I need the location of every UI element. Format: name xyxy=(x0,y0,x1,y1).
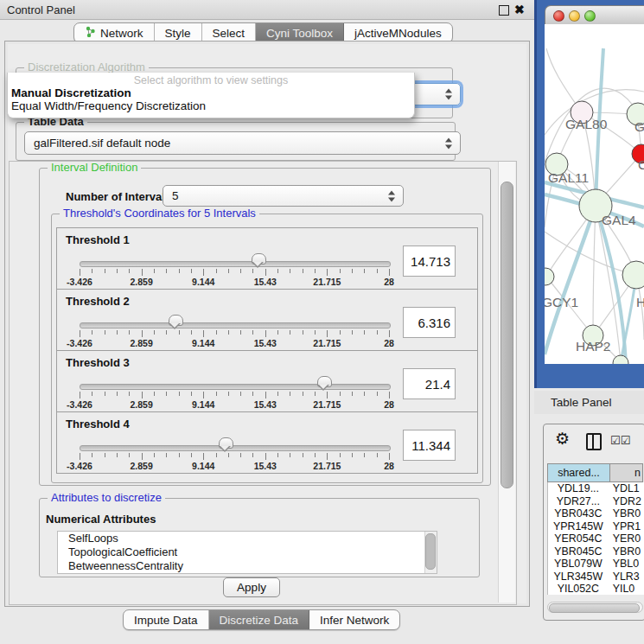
table-cell[interactable]: YLR345W xyxy=(548,571,609,583)
table-row[interactable]: YBR043CYBR0 xyxy=(548,507,644,520)
close-icon[interactable]: ✖ xyxy=(514,2,525,17)
tab-cyni-toolbox[interactable]: Cyni Toolbox xyxy=(256,23,344,42)
slider-tick xyxy=(389,392,390,399)
table-cell[interactable]: YDL1 xyxy=(609,482,644,495)
slider-groove[interactable] xyxy=(80,322,391,328)
table-cell[interactable]: YDR27... xyxy=(548,495,609,508)
zoom-traffic-light[interactable] xyxy=(584,10,596,22)
node-label: H xyxy=(636,295,644,309)
slider-tick xyxy=(265,453,266,460)
tab-label: Discretize Data xyxy=(220,614,299,627)
tab-label: Impute Data xyxy=(134,614,198,627)
tab-infer-network[interactable]: Infer Network xyxy=(309,610,399,629)
table-cell[interactable]: YBR045C xyxy=(548,545,609,558)
table-cell[interactable]: YIL0 xyxy=(609,583,644,595)
slider-thumb[interactable] xyxy=(252,253,266,265)
table-row[interactable]: YPR145WYPR1 xyxy=(548,520,644,533)
table-cell[interactable]: YLR3 xyxy=(609,571,644,583)
table-column-header-shared[interactable]: shared... xyxy=(547,463,610,482)
tick-label: 21.715 xyxy=(313,461,341,471)
table-panel-titlebar: Table Panel xyxy=(534,391,644,414)
table-row[interactable]: YDL19...YDL1 xyxy=(548,482,644,495)
threshold-value-input[interactable]: 14.713 xyxy=(403,245,456,277)
apply-button[interactable]: Apply xyxy=(223,577,280,597)
threshold-value-input[interactable]: 6.316 xyxy=(403,307,456,338)
table-row[interactable]: YBR045CYBR0 xyxy=(548,545,644,558)
network-canvas[interactable]: GAL80GACGAL11GAL4GCY1HHAP2 xyxy=(545,24,644,364)
threshold-value-input[interactable]: 21.4 xyxy=(403,368,456,399)
slider-tick xyxy=(303,392,303,396)
table-column-header-n[interactable]: n xyxy=(610,463,643,482)
horizontal-scrollbar-thumb[interactable] xyxy=(549,603,640,613)
table-cell[interactable]: YIL052C xyxy=(548,583,609,595)
slider-tick xyxy=(389,269,390,276)
table-row[interactable]: YER054CYER0 xyxy=(548,532,644,545)
slider-tick xyxy=(203,330,204,337)
checkbox-icons[interactable]: ☑☑ xyxy=(610,434,630,447)
slider-thumb[interactable] xyxy=(169,315,183,326)
table-cell[interactable]: YPR145W xyxy=(548,520,609,533)
table-cell[interactable]: YBR0 xyxy=(609,545,644,558)
num-intervals-combobox[interactable]: 5 xyxy=(163,185,404,207)
node-label: GCY1 xyxy=(545,295,578,309)
node-table-widget: ⚙ ☑☑ shared...n YDL19...YDL1YDR27...YDR2… xyxy=(543,424,644,621)
numerical-attributes-label: Numerical Attributes xyxy=(46,513,156,526)
table-cell[interactable]: YBR0 xyxy=(609,507,644,520)
slider-groove[interactable] xyxy=(80,261,391,267)
slider-thumb[interactable] xyxy=(317,376,332,387)
slider-tick xyxy=(277,453,278,457)
attribute-item-selfloops[interactable]: SelfLoops xyxy=(58,532,437,545)
table-cell[interactable]: YBR043C xyxy=(548,507,609,520)
slider-tick xyxy=(340,269,341,273)
table-cell[interactable]: YBL079W xyxy=(548,558,609,571)
combo-stepper-icon xyxy=(445,89,453,100)
tab-select[interactable]: Select xyxy=(202,23,257,42)
slider-tick xyxy=(389,330,390,337)
attribute-item-betweennesscentrality[interactable]: BetweennessCentrality xyxy=(58,559,437,573)
table-cell[interactable]: YBL0 xyxy=(609,558,644,571)
slider-tick xyxy=(389,453,390,460)
tick-label: 9.144 xyxy=(192,277,214,287)
slider-tick xyxy=(80,453,80,460)
table-row[interactable]: YBL079WYBL0 xyxy=(548,558,644,571)
slider-tick xyxy=(105,392,105,396)
slider-tick xyxy=(80,330,80,337)
tab-discretize-data[interactable]: Discretize Data xyxy=(209,610,310,629)
threshold-value-input[interactable]: 11.344 xyxy=(403,430,456,461)
float-window-icon[interactable] xyxy=(499,5,509,16)
minimize-traffic-light[interactable] xyxy=(569,10,580,22)
slider-groove[interactable] xyxy=(80,384,391,390)
attributes-scrollbar-thumb[interactable] xyxy=(425,533,436,570)
table-cell[interactable]: YER0 xyxy=(609,532,644,545)
slider-thumb[interactable] xyxy=(219,437,233,449)
close-traffic-light[interactable] xyxy=(553,10,564,22)
network-node[interactable] xyxy=(545,268,554,285)
gear-icon[interactable]: ⚙ xyxy=(555,430,570,449)
attributes-scrollbar-track[interactable] xyxy=(424,532,437,573)
tab-network[interactable]: Network xyxy=(74,23,155,42)
horizontal-scrollbar-track[interactable] xyxy=(547,602,643,613)
numerical-attributes-list[interactable]: SelfLoopsTopologicalCoefficientBetweenne… xyxy=(57,531,437,574)
algorithm-option-manual-discretization[interactable]: Manual Discretization xyxy=(8,86,414,99)
table-row[interactable]: YDR27...YDR2 xyxy=(548,495,644,508)
attribute-item-topologicalcoefficient[interactable]: TopologicalCoefficient xyxy=(58,545,437,559)
table-row[interactable]: YLR345WYLR3 xyxy=(548,571,644,583)
table-cell[interactable]: YPR1 xyxy=(609,520,644,533)
slider-groove[interactable] xyxy=(80,445,391,451)
slider-tick xyxy=(154,453,155,457)
column-split-icon[interactable] xyxy=(586,433,602,450)
table-cell[interactable]: YER054C xyxy=(548,532,609,545)
table-data-combobox[interactable]: galFiltered.sif default node xyxy=(24,131,461,155)
vertical-scrollbar-thumb[interactable] xyxy=(501,182,513,488)
algorithm-option-equal-width-frequency-discretization[interactable]: Equal Width/Frequency Discretization xyxy=(8,99,414,112)
tab-impute-data[interactable]: Impute Data xyxy=(124,610,209,629)
table-cell[interactable]: YDR2 xyxy=(609,495,644,508)
tab-jactivemnodules[interactable]: jActiveMNodules xyxy=(344,23,452,42)
slider-tick xyxy=(240,269,241,273)
table-row[interactable]: YIL052CYIL0 xyxy=(548,583,644,595)
network-node[interactable] xyxy=(622,261,644,289)
threshold-label: Threshold 2 xyxy=(66,295,130,308)
tab-style[interactable]: Style xyxy=(155,23,202,42)
slider-tick xyxy=(252,330,253,335)
table-cell[interactable]: YDL19... xyxy=(548,482,609,495)
